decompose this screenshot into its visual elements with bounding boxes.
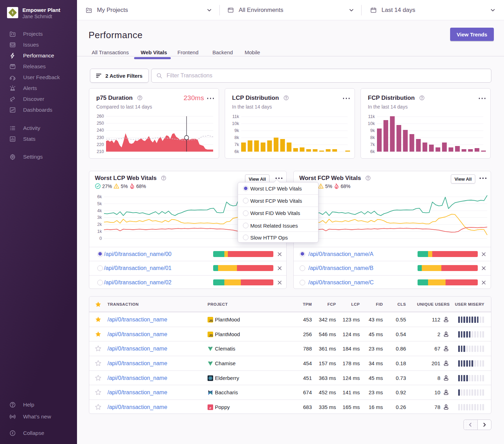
svg-text:JS: JS (209, 319, 213, 322)
svg-text:e: e (210, 405, 211, 409)
svg-text:JS: JS (209, 334, 213, 337)
